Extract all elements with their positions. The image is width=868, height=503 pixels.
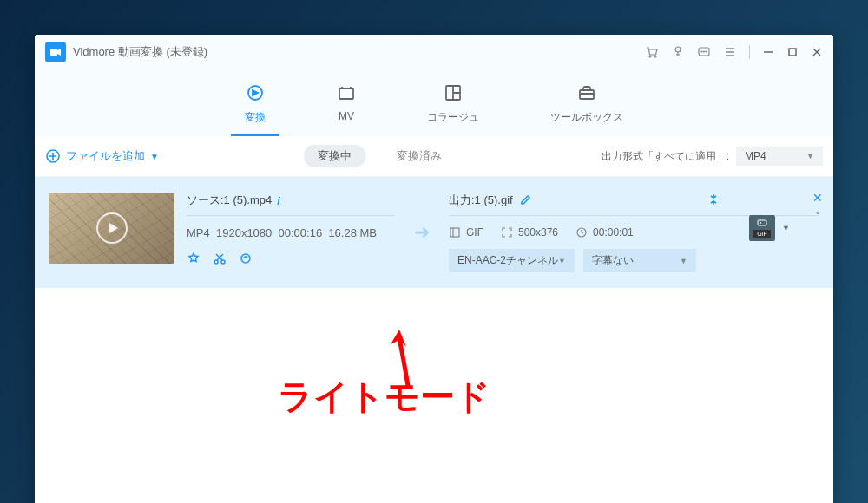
- chevron-down-icon: ▼: [782, 224, 790, 232]
- svg-point-7: [706, 51, 707, 52]
- source-duration: 00:00:16: [279, 226, 323, 239]
- output-selects: EN-AAC-2チャンネル ▼ 字幕ない ▼: [449, 249, 819, 272]
- toolbar: ファイルを追加 ▼ 変換中 変換済み 出力形式「すべてに適用」: MP4 ▼: [35, 136, 833, 177]
- tab-label: MV: [339, 110, 354, 122]
- chevron-down-icon: ▼: [150, 152, 159, 161]
- tab-convert[interactable]: 変換: [231, 78, 279, 136]
- app-logo-icon: [45, 42, 66, 62]
- svg-point-31: [760, 222, 761, 224]
- arrow-icon: ➜: [407, 221, 437, 244]
- source-resolution: 1920x1080: [216, 226, 272, 239]
- svg-point-6: [704, 51, 705, 52]
- output-format: GIF: [466, 226, 483, 238]
- edit-star-icon[interactable]: [187, 252, 201, 269]
- file-item: ソース:1 (5).mp4 i MP4 1920x1080 00:00:16 1…: [35, 177, 833, 288]
- divider: [187, 215, 395, 216]
- titlebar-right: [645, 45, 823, 59]
- convert-icon: [246, 83, 265, 107]
- source-size: 16.28 MB: [328, 226, 377, 239]
- svg-point-5: [701, 51, 702, 52]
- output-title-row: 出力:1 (5).gif: [449, 193, 819, 208]
- edit-icon[interactable]: [520, 193, 532, 208]
- svg-point-1: [649, 56, 651, 57]
- audio-select[interactable]: EN-AAC-2チャンネル ▼: [449, 249, 575, 272]
- compress-icon[interactable]: [707, 193, 720, 210]
- output-resolution: 500x376: [518, 226, 558, 238]
- play-icon: [96, 212, 128, 244]
- film-icon: [449, 226, 461, 238]
- output-resolution-item: 500x376: [501, 226, 558, 238]
- item-controls: ✕ ⌄: [812, 191, 823, 216]
- mv-icon: [337, 83, 356, 107]
- tab-collage[interactable]: コラージュ: [413, 78, 493, 136]
- status-tab-converted[interactable]: 変換済み: [383, 145, 456, 167]
- main-tabs: 変換 MV コラージュ ツールボックス: [35, 69, 833, 136]
- app-title: Vidmore 動画変換 (未登録): [73, 44, 207, 60]
- format-badge[interactable]: GIF ▼: [749, 215, 790, 241]
- svg-rect-0: [50, 49, 57, 56]
- add-file-label: ファイルを追加: [66, 148, 145, 164]
- svg-point-26: [241, 254, 250, 263]
- chevron-down-icon: ▼: [558, 257, 566, 265]
- svg-rect-12: [789, 49, 796, 56]
- chevron-down-icon: ▼: [806, 152, 814, 160]
- status-tab-converting[interactable]: 変換中: [304, 145, 365, 167]
- tab-mv[interactable]: MV: [323, 78, 370, 136]
- svg-point-2: [654, 56, 656, 57]
- source-label: ソース:1 (5).mp4: [187, 193, 272, 208]
- svg-rect-30: [758, 220, 766, 225]
- svg-point-3: [675, 47, 681, 52]
- feedback-icon[interactable]: [697, 45, 711, 59]
- svg-point-24: [214, 260, 218, 264]
- subtitle-value: 字幕ない: [592, 253, 634, 268]
- minimize-icon[interactable]: [762, 46, 774, 58]
- status-tabs: 変換中 変換済み: [304, 145, 456, 167]
- menu-icon[interactable]: [723, 45, 737, 59]
- titlebar-left: Vidmore 動画変換 (未登録): [45, 42, 207, 62]
- remove-item-icon[interactable]: ✕: [812, 191, 823, 205]
- output-format-label: 出力形式「すべてに適用」:: [602, 149, 729, 164]
- subtitle-select[interactable]: 字幕ない ▼: [583, 249, 696, 272]
- source-column: ソース:1 (5).mp4 i MP4 1920x1080 00:00:16 1…: [187, 193, 395, 269]
- output-format-item: GIF: [449, 226, 483, 238]
- enhance-icon[interactable]: [239, 252, 253, 269]
- tab-toolbox[interactable]: ツールボックス: [536, 78, 637, 136]
- source-format: MP4: [187, 226, 210, 239]
- format-value: GIF: [753, 230, 771, 238]
- svg-rect-16: [339, 88, 353, 99]
- clock-icon: [575, 226, 588, 238]
- output-format-value: MP4: [745, 150, 766, 162]
- add-file-button[interactable]: ファイルを追加 ▼: [45, 148, 159, 164]
- output-format-select[interactable]: MP4 ▼: [736, 147, 823, 166]
- output-label: 出力:1 (5).gif: [449, 193, 513, 208]
- titlebar-divider: [749, 45, 750, 59]
- svg-rect-27: [450, 228, 459, 237]
- key-icon[interactable]: [671, 45, 685, 59]
- maximize-icon[interactable]: [786, 46, 799, 58]
- output-duration: 00:00:01: [593, 226, 634, 238]
- source-meta: MP4 1920x1080 00:00:16 16.28 MB: [187, 226, 395, 239]
- close-icon[interactable]: [811, 46, 823, 58]
- source-title-row: ソース:1 (5).mp4 i: [187, 193, 395, 208]
- expand-icon: [501, 226, 513, 238]
- output-duration-item: 00:00:01: [575, 226, 634, 238]
- svg-point-25: [221, 260, 225, 264]
- action-icons: [187, 252, 395, 269]
- file-list: ソース:1 (5).mp4 i MP4 1920x1080 00:00:16 1…: [35, 177, 833, 503]
- titlebar: Vidmore 動画変換 (未登録): [35, 35, 833, 69]
- audio-value: EN-AAC-2チャンネル: [457, 253, 558, 268]
- info-icon[interactable]: i: [277, 194, 280, 207]
- plus-circle-icon: [45, 148, 61, 164]
- cut-icon[interactable]: [213, 252, 227, 269]
- video-thumbnail[interactable]: [49, 193, 174, 264]
- tab-label: 変換: [245, 110, 266, 125]
- app-window: Vidmore 動画変換 (未登録) 変換 MV コラージュ ツールボ: [35, 35, 833, 503]
- tab-label: コラージュ: [427, 110, 479, 125]
- cart-icon[interactable]: [645, 45, 659, 59]
- format-box-icon: GIF: [749, 215, 775, 241]
- chevron-down-icon: ▼: [680, 257, 687, 265]
- chevron-down-icon[interactable]: ⌄: [814, 206, 821, 216]
- toolbar-right: 出力形式「すべてに適用」: MP4 ▼: [602, 147, 823, 166]
- collage-icon: [444, 83, 463, 107]
- tab-label: ツールボックス: [550, 110, 623, 125]
